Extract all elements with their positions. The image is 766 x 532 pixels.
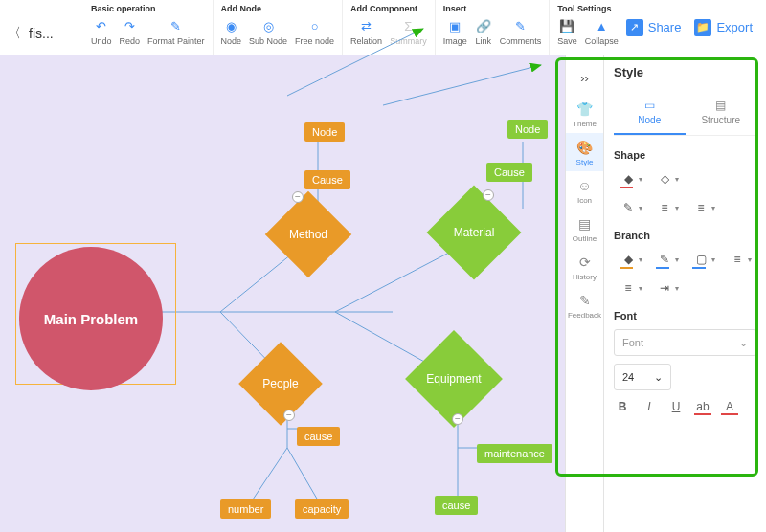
- share-icon: ↗: [626, 19, 643, 36]
- fill-color-tool[interactable]: ◆▾: [614, 168, 642, 189]
- format-painter-icon: ✎: [168, 17, 185, 34]
- sub-node-icon: ◎: [259, 17, 277, 34]
- relation-icon: ⇄: [358, 17, 375, 34]
- free-node-button[interactable]: ○Free node: [295, 17, 334, 46]
- font-placeholder: Font: [622, 337, 643, 348]
- group-title: Basic operation: [91, 4, 205, 13]
- diagram-canvas[interactable]: Main Problem Method Node Cause − Materia…: [0, 55, 565, 532]
- equipment-label: Equipment: [426, 372, 481, 386]
- shape-type-tool[interactable]: ◇▾: [650, 168, 679, 189]
- icon-button[interactable]: ☺Icon: [566, 171, 604, 210]
- method-cause[interactable]: Cause: [304, 170, 350, 189]
- equipment-maintenance[interactable]: maintenance: [477, 444, 552, 463]
- branch-section-title: Branch: [614, 230, 756, 241]
- branch-align-tool[interactable]: ≡▾: [723, 249, 752, 270]
- collapse-toggle-icon[interactable]: −: [292, 191, 304, 203]
- style-panel: Style ▭Node ▤Structure Shape ◆▾ ◇▾ ✎▾ ≡▾…: [603, 55, 766, 532]
- group-title: Add Node: [221, 4, 335, 13]
- export-button[interactable]: 📁Export: [694, 19, 753, 36]
- group-tool-settings: Tool Settings 💾Save ▲Collapse: [550, 0, 626, 55]
- redo-icon: ↷: [121, 17, 138, 34]
- summary-icon: Σ: [399, 17, 417, 34]
- branch-line-tool[interactable]: ✎▾: [650, 249, 679, 270]
- main-problem-node[interactable]: Main Problem: [19, 247, 163, 390]
- font-color-button[interactable]: A: [721, 400, 738, 415]
- file-name: fis...: [29, 26, 54, 41]
- branch-fill-tool[interactable]: ◆▾: [614, 249, 642, 270]
- strikethrough-button[interactable]: ab: [694, 400, 711, 415]
- collapse-toggle-icon[interactable]: −: [483, 189, 494, 201]
- insert-link-button[interactable]: 🔗Link: [475, 17, 492, 46]
- link-icon: 🔗: [475, 17, 492, 34]
- collapse-button[interactable]: ▲Collapse: [585, 17, 619, 46]
- save-icon: 💾: [558, 17, 575, 34]
- theme-icon: 👕: [576, 101, 593, 117]
- group-title: Insert: [443, 4, 542, 13]
- group-title: Tool Settings: [557, 4, 619, 13]
- free-node-icon: ○: [306, 17, 324, 34]
- branch-box-tool[interactable]: ▢▾: [687, 249, 715, 270]
- people-cause[interactable]: cause: [297, 427, 340, 446]
- people-label: People: [262, 377, 298, 390]
- insert-comments-button[interactable]: ✎Comments: [500, 17, 542, 46]
- redo-button[interactable]: ↷Redo: [119, 17, 140, 46]
- add-node-button[interactable]: ◉Node: [221, 17, 242, 46]
- font-family-select[interactable]: Font ⌄: [614, 329, 756, 356]
- outline-button[interactable]: ▤Outline: [566, 210, 604, 248]
- main-problem-label: Main Problem: [44, 311, 138, 327]
- tab-node[interactable]: ▭Node: [614, 93, 686, 135]
- sub-node-button[interactable]: ◎Sub Node: [249, 17, 287, 46]
- history-icon: ⟳: [579, 255, 591, 270]
- save-button[interactable]: 💾Save: [557, 17, 577, 46]
- branch-style-tool[interactable]: ≡▾: [614, 277, 642, 299]
- feedback-button[interactable]: ✎Feedback: [566, 286, 604, 324]
- underline-button[interactable]: U: [667, 400, 685, 415]
- branch-arrow-tool[interactable]: ⇥▾: [650, 277, 679, 299]
- bold-button[interactable]: B: [614, 400, 631, 415]
- relation-button[interactable]: ⇄Relation: [350, 17, 382, 46]
- share-button[interactable]: ↗Share: [626, 19, 682, 36]
- font-size-select[interactable]: 24 ⌄: [614, 364, 671, 390]
- structure-tab-icon: ▤: [715, 99, 726, 112]
- svg-line-12: [287, 448, 321, 505]
- format-painter-button[interactable]: ✎Format Painter: [147, 17, 205, 46]
- material-cause[interactable]: Cause: [486, 163, 532, 182]
- export-icon: 📁: [694, 19, 711, 36]
- back-icon[interactable]: 〈: [0, 25, 29, 42]
- method-node[interactable]: Node: [304, 122, 345, 142]
- people-number[interactable]: number: [220, 499, 271, 519]
- style-button[interactable]: 🎨Style: [566, 133, 604, 171]
- group-basic-operation: Basic operation ↶Undo ↷Redo ✎Format Pain…: [83, 0, 214, 55]
- svg-line-11: [249, 448, 287, 505]
- equipment-cause[interactable]: cause: [435, 496, 478, 515]
- summary-button[interactable]: ΣSummary: [390, 17, 427, 46]
- border-tool[interactable]: ✎▾: [614, 197, 642, 218]
- border-width-tool[interactable]: ≡▾: [687, 197, 715, 218]
- insert-image-button[interactable]: ▣Image: [443, 17, 467, 46]
- group-title: Add Component: [350, 4, 427, 13]
- panel-title: Style: [614, 65, 756, 79]
- theme-button[interactable]: 👕Theme: [566, 95, 604, 133]
- shape-section-title: Shape: [614, 149, 756, 161]
- people-capacity[interactable]: capacity: [295, 499, 349, 519]
- material-label: Material: [454, 226, 495, 239]
- font-size-value: 24: [622, 371, 634, 383]
- italic-button[interactable]: I: [641, 400, 658, 415]
- border-style-tool[interactable]: ≡▾: [650, 197, 679, 218]
- icon-icon: ☺: [577, 178, 591, 193]
- chevron-down-icon: ⌄: [654, 371, 663, 384]
- image-icon: ▣: [446, 17, 463, 34]
- style-icon: 🎨: [576, 140, 593, 155]
- collapse-toggle-icon[interactable]: −: [283, 410, 295, 421]
- method-label: Method: [289, 228, 327, 241]
- group-add-component: Add Component ⇄Relation ΣSummary: [343, 0, 436, 55]
- node-tab-icon: ▭: [644, 99, 655, 112]
- collapse-panel-icon[interactable]: ››: [566, 61, 604, 95]
- collapse-toggle-icon[interactable]: −: [452, 413, 463, 425]
- material-node[interactable]: Node: [507, 120, 548, 139]
- group-add-node: Add Node ◉Node ◎Sub Node ○Free node: [214, 0, 344, 55]
- tab-structure[interactable]: ▤Structure: [686, 93, 757, 135]
- undo-button[interactable]: ↶Undo: [91, 17, 112, 46]
- history-button[interactable]: ⟳History: [566, 248, 604, 286]
- group-insert: Insert ▣Image 🔗Link ✎Comments: [436, 0, 551, 55]
